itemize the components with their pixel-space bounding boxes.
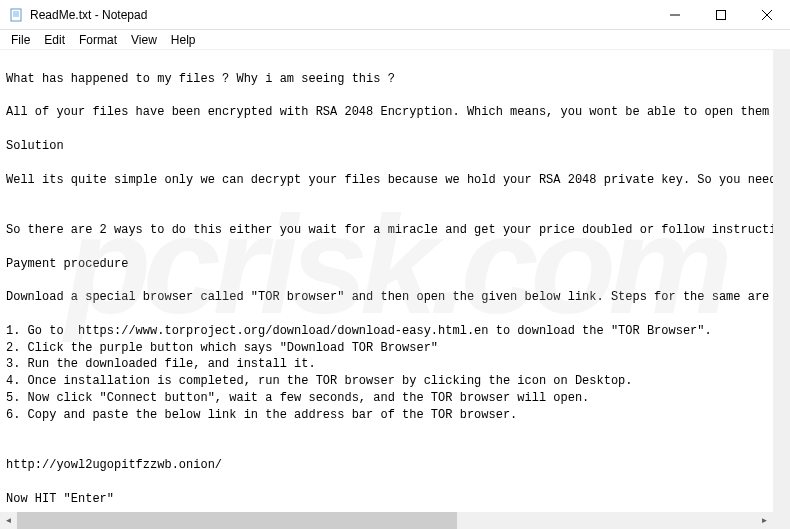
text-line: Payment procedure: [6, 257, 128, 271]
minimize-button[interactable]: [652, 0, 698, 30]
scroll-corner: [773, 512, 790, 529]
window-title: ReadMe.txt - Notepad: [30, 8, 147, 22]
maximize-button[interactable]: [698, 0, 744, 30]
text-line: 4. Once installation is completed, run t…: [6, 374, 633, 388]
titlebar: ReadMe.txt - Notepad: [0, 0, 790, 30]
menu-help[interactable]: Help: [164, 31, 203, 49]
text-line: 5. Now click "Connect button", wait a fe…: [6, 391, 589, 405]
text-line: All of your files have been encrypted wi…: [6, 105, 790, 119]
menu-edit[interactable]: Edit: [37, 31, 72, 49]
svg-rect-5: [717, 11, 726, 20]
text-line: Download a special browser called "TOR b…: [6, 290, 784, 304]
text-line: 6. Copy and paste the below link in the …: [6, 408, 517, 422]
menu-file[interactable]: File: [4, 31, 37, 49]
text-line: So there are 2 ways to do this either yo…: [6, 223, 790, 237]
notepad-icon: [8, 7, 24, 23]
menubar: File Edit Format View Help: [0, 30, 790, 50]
text-line: Solution: [6, 139, 64, 153]
text-line: http://yowl2ugopitfzzwb.onion/: [6, 458, 222, 472]
text-line: What has happened to my files ? Why i am…: [6, 72, 395, 86]
text-content[interactable]: What has happened to my files ? Why i am…: [0, 50, 790, 512]
vertical-scrollbar[interactable]: [773, 50, 790, 512]
menu-format[interactable]: Format: [72, 31, 124, 49]
horizontal-scrollbar[interactable]: ◄ ►: [0, 512, 773, 529]
menu-view[interactable]: View: [124, 31, 164, 49]
text-line: Now HIT "Enter": [6, 492, 114, 506]
close-button[interactable]: [744, 0, 790, 30]
text-line: 2. Click the purple button which says "D…: [6, 341, 438, 355]
scroll-left-arrow[interactable]: ◄: [0, 512, 17, 529]
text-line: Well its quite simple only we can decryp…: [6, 173, 790, 187]
text-line: 3. Run the downloaded file, and install …: [6, 357, 316, 371]
scroll-right-arrow[interactable]: ►: [756, 512, 773, 529]
svg-rect-0: [11, 9, 21, 21]
window-controls: [652, 0, 790, 30]
text-line: 1. Go to https://www.torproject.org/down…: [6, 324, 712, 338]
scroll-thumb[interactable]: [17, 512, 457, 529]
